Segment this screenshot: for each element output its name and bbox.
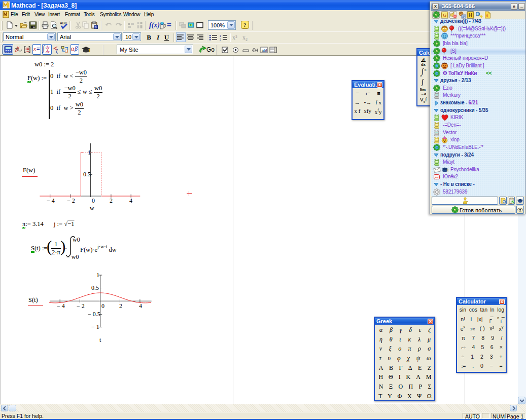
svg-text:1: 1 — [88, 149, 91, 156]
svg-text:G: G — [443, 13, 446, 18]
svg-text:0: 0 — [101, 302, 104, 310]
svg-text:1: 1 — [96, 272, 99, 279]
svg-text:ξ: ξ — [56, 48, 58, 54]
svg-text:0.5: 0.5 — [91, 284, 99, 291]
svg-text:w: w — [90, 205, 94, 212]
svg-text:2: 2 — [220, 38, 221, 41]
svg-text:0.5: 0.5 — [83, 171, 91, 178]
svg-text:t: t — [99, 336, 101, 343]
svg-text:2: 2 — [119, 302, 122, 310]
svg-text:− 1: − 1 — [91, 323, 99, 330]
svg-text:abl: abl — [262, 48, 267, 53]
svg-text:H: H — [469, 13, 472, 18]
svg-text:?: ? — [243, 22, 247, 28]
svg-text:2: 2 — [110, 197, 113, 204]
svg-text:0: 0 — [92, 197, 95, 204]
svg-text:4: 4 — [139, 302, 142, 310]
svg-text:− 2: − 2 — [67, 197, 75, 204]
svg-text:4: 4 — [129, 197, 132, 204]
svg-text:− 2: − 2 — [77, 302, 85, 310]
svg-text:нм: нм — [435, 176, 438, 179]
svg-text:− 4: − 4 — [57, 302, 65, 310]
svg-text:− 0.5: − 0.5 — [88, 311, 100, 318]
svg-text:− 4: − 4 — [47, 197, 55, 204]
svg-text:1: 1 — [220, 34, 221, 37]
